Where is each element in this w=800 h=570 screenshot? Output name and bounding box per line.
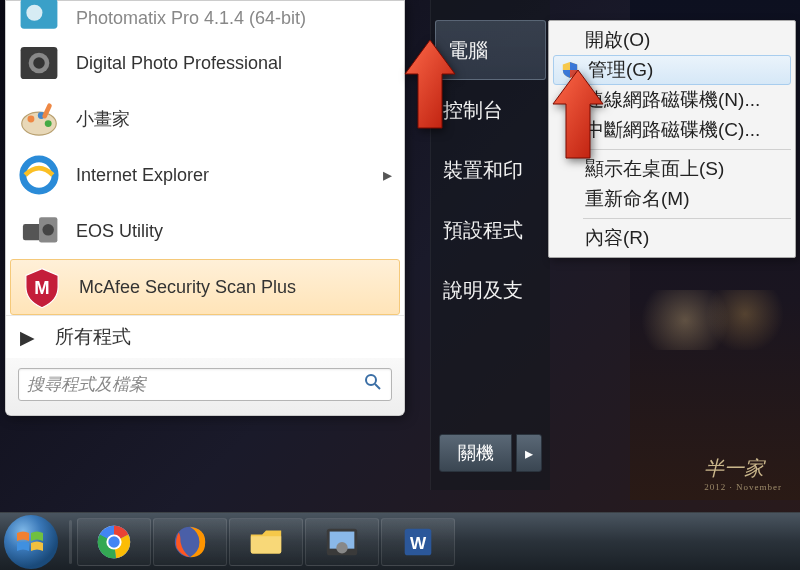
ie-icon bbox=[16, 152, 62, 198]
watermark: 半一家 2012 · November bbox=[704, 455, 782, 492]
ctx-open[interactable]: 開啟(O) bbox=[551, 25, 793, 55]
all-programs-label: 所有程式 bbox=[55, 324, 131, 350]
mspaint-icon bbox=[16, 96, 62, 142]
taskbar-word[interactable]: W bbox=[381, 518, 455, 566]
program-list: Photomatix Pro 4.1.4 (64-bit) Digital Ph… bbox=[6, 1, 404, 315]
triangle-right-icon: ▶ bbox=[20, 326, 35, 349]
shutdown-button[interactable]: 關機 bbox=[439, 434, 512, 472]
svg-point-20 bbox=[108, 536, 119, 547]
taskbar-explorer[interactable] bbox=[229, 518, 303, 566]
program-item-ie[interactable]: Internet Explorer ▸ bbox=[8, 147, 402, 203]
shutdown-options-button[interactable]: ▸ bbox=[516, 434, 542, 472]
svg-point-6 bbox=[28, 116, 35, 123]
dpp-icon bbox=[323, 523, 361, 561]
search-icon bbox=[363, 372, 383, 397]
svg-point-8 bbox=[45, 120, 52, 127]
svg-point-15 bbox=[366, 375, 376, 385]
annotation-arrow-icon bbox=[400, 40, 460, 130]
taskbar-divider bbox=[69, 520, 72, 564]
svg-point-1 bbox=[26, 5, 42, 21]
taskbar-chrome[interactable] bbox=[77, 518, 151, 566]
svg-point-13 bbox=[42, 224, 54, 236]
program-item-photomatix[interactable]: Photomatix Pro 4.1.4 (64-bit) bbox=[8, 5, 402, 35]
dpp-icon bbox=[16, 40, 62, 86]
mcafee-icon: M bbox=[19, 264, 65, 310]
program-item-mcafee[interactable]: M McAfee Security Scan Plus bbox=[10, 259, 400, 315]
program-label: McAfee Security Scan Plus bbox=[79, 277, 296, 298]
svg-line-16 bbox=[375, 384, 380, 389]
start-menu: Photomatix Pro 4.1.4 (64-bit) Digital Ph… bbox=[5, 0, 405, 416]
panel-item-help[interactable]: 說明及支 bbox=[431, 260, 550, 320]
taskbar: W bbox=[0, 512, 800, 570]
panel-item-devices[interactable]: 裝置和印 bbox=[431, 140, 550, 200]
program-item-dpp[interactable]: Digital Photo Professional bbox=[8, 35, 402, 91]
ctx-rename[interactable]: 重新命名(M) bbox=[551, 184, 793, 214]
svg-point-4 bbox=[33, 57, 45, 69]
search-input[interactable]: 搜尋程式及檔案 bbox=[18, 368, 392, 401]
svg-text:W: W bbox=[410, 533, 427, 552]
panel-item-default-programs[interactable]: 預設程式 bbox=[431, 200, 550, 260]
submenu-arrow-icon: ▸ bbox=[383, 164, 392, 186]
all-programs[interactable]: ▶ 所有程式 bbox=[6, 315, 404, 358]
svg-text:M: M bbox=[34, 277, 49, 298]
windows-logo-icon bbox=[14, 525, 48, 559]
program-label: Internet Explorer bbox=[76, 165, 209, 186]
word-icon: W bbox=[399, 523, 437, 561]
program-label: Digital Photo Professional bbox=[76, 53, 282, 74]
eos-icon bbox=[16, 208, 62, 254]
search-placeholder: 搜尋程式及檔案 bbox=[27, 373, 146, 396]
separator bbox=[583, 149, 791, 150]
annotation-arrow-icon bbox=[548, 70, 608, 160]
triangle-right-icon: ▸ bbox=[525, 444, 533, 463]
ctx-properties[interactable]: 內容(R) bbox=[551, 223, 793, 253]
program-label: 小畫家 bbox=[76, 107, 130, 131]
start-button[interactable] bbox=[4, 515, 58, 569]
taskbar-dpp[interactable] bbox=[305, 518, 379, 566]
photomatix-icon bbox=[16, 1, 62, 29]
separator bbox=[583, 218, 791, 219]
folder-icon bbox=[247, 523, 285, 561]
svg-point-24 bbox=[336, 542, 347, 553]
firefox-icon bbox=[171, 523, 209, 561]
program-item-eos[interactable]: EOS Utility bbox=[8, 203, 402, 259]
chrome-icon bbox=[95, 523, 133, 561]
program-label: Photomatix Pro 4.1.4 (64-bit) bbox=[76, 8, 306, 29]
taskbar-firefox[interactable] bbox=[153, 518, 227, 566]
program-label: EOS Utility bbox=[76, 221, 163, 242]
program-item-mspaint[interactable]: 小畫家 bbox=[8, 91, 402, 147]
